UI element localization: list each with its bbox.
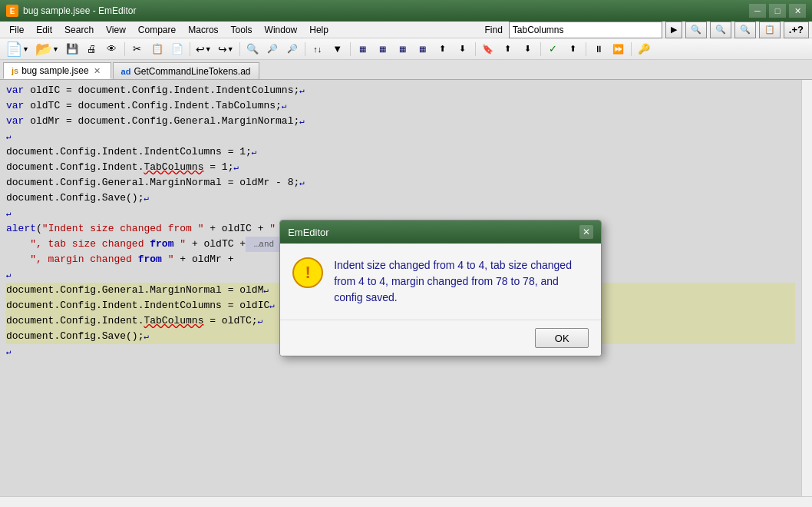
menu-macros[interactable]: Macros <box>182 23 224 37</box>
toolbar-copy-button[interactable]: 📋 <box>148 41 167 58</box>
menu-help[interactable]: Help <box>303 23 335 37</box>
toolbar-print-button[interactable]: 🖨 <box>83 41 101 58</box>
find-search-icon-btn[interactable]: 🔍 <box>685 22 707 38</box>
toolbar-cut-button[interactable]: ✂ <box>128 41 147 58</box>
vertical-scrollbar[interactable] <box>801 80 812 496</box>
find-input[interactable] <box>509 22 662 38</box>
horizontal-scrollbar[interactable] <box>0 496 812 507</box>
tab-icon-bug-sample: js <box>12 66 18 75</box>
menu-edit[interactable]: Edit <box>30 23 58 37</box>
toolbar-pause-button[interactable]: ⏸ <box>589 41 608 58</box>
tab-icon-get-command: ad <box>121 67 131 76</box>
toolbar-check-button[interactable]: ✓ <box>544 41 563 58</box>
toolbar-fast-fwd-button[interactable]: ⏩ <box>609 41 628 58</box>
tab-get-command[interactable]: ad GetCommandLineTokens.ad <box>113 62 259 79</box>
find-search3-icon-btn[interactable]: 🔍 <box>734 22 756 38</box>
dialog-overlay: EmEditor ✕ ! Indent size changed from 4 … <box>0 80 801 496</box>
dialog-warning-icon: ! <box>292 257 323 288</box>
toolbar-col4-button[interactable]: ▦ <box>414 41 432 58</box>
menu-view[interactable]: View <box>100 23 132 37</box>
tab-label-bug-sample: bug sample.jsee <box>21 65 88 76</box>
dialog-message-text: Indent size changed from 4 to 4, tab siz… <box>334 257 589 306</box>
tab-label-get-command: GetCommandLineTokens.ad <box>134 66 250 77</box>
window-controls: ─ □ ✕ <box>749 4 806 18</box>
toolbar-redo-dropdown[interactable]: ↪▼ <box>216 41 236 58</box>
toolbar-sort-asc-button[interactable]: ↑↓ <box>309 41 327 58</box>
code-editor[interactable]: var oldIC = document.Config.Indent.Inden… <box>0 80 801 496</box>
find-prev-button[interactable]: ▶ <box>665 22 682 38</box>
toolbar-new-dropdown[interactable]: 📄▼ <box>3 41 31 58</box>
toolbar-separator-4 <box>305 42 305 56</box>
toolbar-up-button[interactable]: ⬆ <box>434 41 452 58</box>
dialog-close-button[interactable]: ✕ <box>579 225 593 239</box>
toolbar-separator-5 <box>350 42 351 56</box>
find-search2-icon-btn[interactable]: 🔍 <box>710 22 731 38</box>
toolbar-undo-dropdown[interactable]: ↩▼ <box>193 41 214 58</box>
toolbar-col3-button[interactable]: ▦ <box>394 41 412 58</box>
toolbar-separator-1 <box>124 42 125 56</box>
toolbar-find-next-button[interactable]: 🔎 <box>283 41 302 58</box>
toolbar-col1-button[interactable]: ▦ <box>354 41 372 58</box>
menu-tools[interactable]: Tools <box>225 23 259 37</box>
toolbar-down-button[interactable]: ⬇ <box>454 41 472 58</box>
toolbar-save-button[interactable]: 💾 <box>63 41 81 58</box>
toolbar-bookmark-button[interactable]: 🔖 <box>479 41 497 58</box>
menu-search[interactable]: Search <box>58 23 100 37</box>
tab-bar: js bug sample.jsee ✕ ad GetCommandLineTo… <box>0 60 812 80</box>
menu-window[interactable]: Window <box>259 23 304 37</box>
find-label: Find <box>482 25 506 35</box>
toolbar-macro-up-button[interactable]: ⬆ <box>564 41 583 58</box>
toolbar-preview-button[interactable]: 👁 <box>103 41 121 58</box>
menu-compare[interactable]: Compare <box>132 23 182 37</box>
title-bar: E bug sample.jsee - EmEditor ─ □ ✕ <box>0 0 812 22</box>
dialog-body: ! Indent size changed from 4 to 4, tab s… <box>280 244 601 320</box>
toolbar-separator-6 <box>475 42 476 56</box>
menu-bar: File Edit Search View Compare Macros Too… <box>0 22 812 38</box>
tab-close-bug-sample[interactable]: ✕ <box>92 65 103 76</box>
toolbar-col2-button[interactable]: ▦ <box>374 41 392 58</box>
toolbar-paste-button[interactable]: 📄 <box>168 41 186 58</box>
toolbar-find-prev-button[interactable]: 🔎 <box>263 41 282 58</box>
toolbar-find-button[interactable]: 🔍 <box>243 41 262 58</box>
toolbar-key-button[interactable]: 🔑 <box>635 41 653 58</box>
find-copy-btn[interactable]: 📋 <box>759 22 781 38</box>
message-dialog: EmEditor ✕ ! Indent size changed from 4 … <box>279 220 602 356</box>
find-regex-btn[interactable]: .+? <box>784 22 809 38</box>
toolbar-separator-7 <box>540 42 541 56</box>
dialog-footer: OK <box>280 320 601 356</box>
app-icon: E <box>6 5 18 17</box>
toolbar-separator-3 <box>239 42 240 56</box>
menu-file[interactable]: File <box>3 23 30 37</box>
minimize-button[interactable]: ─ <box>749 4 766 18</box>
dialog-ok-button[interactable]: OK <box>535 328 589 348</box>
toolbar-open-dropdown[interactable]: 📂▼ <box>33 41 61 58</box>
toolbar-separator-2 <box>190 42 190 56</box>
toolbar-separator-8 <box>586 42 586 56</box>
window-title: bug sample.jsee - EmEditor <box>23 5 749 16</box>
close-button[interactable]: ✕ <box>789 4 806 18</box>
toolbar-mark-down-button[interactable]: ⬇ <box>519 41 537 58</box>
toolbar-mark-up-button[interactable]: ⬆ <box>499 41 517 58</box>
tab-bug-sample[interactable]: js bug sample.jsee ✕ <box>3 62 111 79</box>
dialog-title-text: EmEditor <box>288 227 328 238</box>
dialog-title-bar: EmEditor ✕ <box>280 220 601 244</box>
toolbar-filter-button[interactable]: ▼ <box>328 41 347 58</box>
toolbar: 📄▼ 📂▼ 💾 🖨 👁 ✂ 📋 📄 ↩▼ ↪▼ 🔍 🔎 🔎 ↑↓ ▼ ▦ ▦ ▦ <box>0 38 812 60</box>
app-window: E bug sample.jsee - EmEditor ─ □ ✕ File … <box>0 0 812 507</box>
content-area: var oldIC = document.Config.Indent.Inden… <box>0 80 812 496</box>
toolbar-separator-9 <box>631 42 632 56</box>
maximize-button[interactable]: □ <box>769 4 786 18</box>
